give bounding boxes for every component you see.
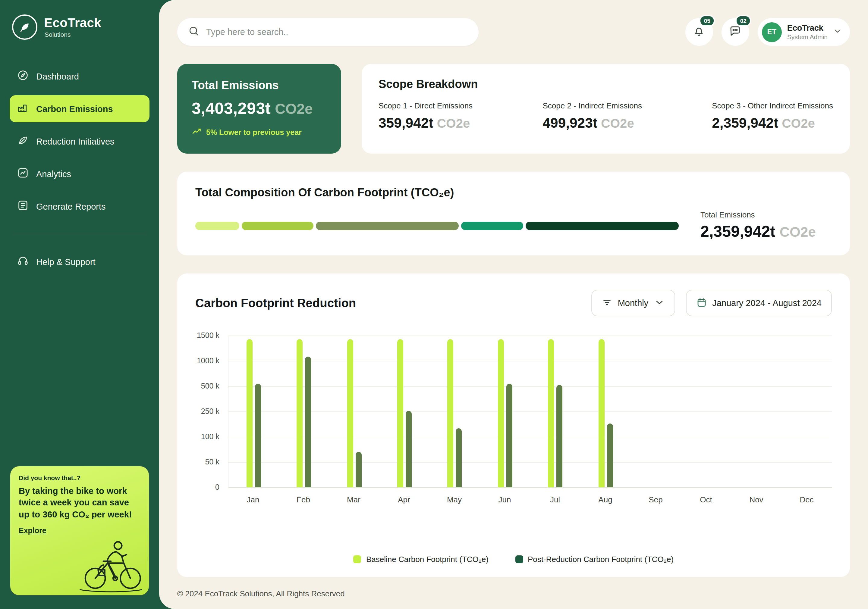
chevron-down-icon: [654, 297, 665, 309]
sidebar-item-label: Reduction Initiatives: [36, 136, 115, 146]
composition-segment-3: [316, 221, 459, 230]
month-slot-oct: [681, 335, 732, 487]
reduction-bar-feb: [305, 357, 311, 487]
baseline-bar-aug: [598, 339, 604, 487]
sidebar: EcoTrack Solutions Dashboard Carbon Emis…: [0, 0, 159, 609]
baseline-bar-feb: [296, 339, 302, 487]
scope-2-column: Scope 2 - Indirect Emissions 499,923t CO…: [542, 101, 642, 131]
baseline-bar-jun: [498, 339, 504, 487]
bars-row: [228, 335, 832, 487]
sidebar-item-carbon-emissions[interactable]: Carbon Emissions: [10, 95, 149, 122]
date-range-button[interactable]: January 2024 - August 2024: [686, 290, 832, 316]
composition-segment-5: [525, 221, 679, 230]
filter-icon: [601, 297, 612, 309]
scope-2-value: 499,923t: [542, 115, 597, 131]
logo-text: EcoTrack Solutions: [44, 16, 101, 38]
month-slot-jun: [480, 335, 530, 487]
search-bar: [177, 18, 479, 46]
month-slot-jul: [530, 335, 580, 487]
bell-icon: [693, 25, 705, 39]
scale-wrapper: EcoTrack Solutions Dashboard Carbon Emis…: [0, 0, 868, 609]
report-document-icon: [17, 199, 29, 213]
sidebar-item-help-support[interactable]: Help & Support: [10, 248, 149, 275]
notifications-button[interactable]: 05: [685, 18, 713, 46]
scope-breakdown-card: Scope Breakdown Scope 1 - Direct Emissio…: [362, 64, 850, 154]
chevron-down-icon: [833, 26, 842, 37]
baseline-bar-apr: [397, 339, 403, 487]
reduction-bar-jul: [556, 385, 563, 487]
x-tick-label: Mar: [329, 495, 379, 504]
sidebar-item-dashboard[interactable]: Dashboard: [10, 63, 149, 90]
baseline-bar-jan: [246, 339, 252, 487]
logo: EcoTrack Solutions: [10, 12, 149, 42]
profile-text: EcoTrack System Admin: [787, 24, 828, 40]
gridline: [228, 487, 832, 488]
composition-body: Total Emissions 2,359,942t CO2e: [195, 210, 832, 241]
sidebar-item-analytics[interactable]: Analytics: [10, 160, 149, 187]
y-tick-label: 250 k: [201, 407, 219, 416]
chart-title: Carbon Footprint Reduction: [195, 296, 356, 310]
analytics-chart-icon: [17, 167, 29, 181]
chat-icon: [729, 25, 742, 39]
reduction-bar-apr: [406, 411, 412, 487]
x-tick-label: Jul: [530, 495, 580, 504]
y-tick-label: 500 k: [201, 382, 219, 390]
reduction-bar-jan: [255, 384, 261, 487]
leaf-icon: [17, 134, 29, 148]
month-slot-feb: [279, 335, 329, 487]
compass-icon: [17, 69, 29, 83]
explore-link[interactable]: Explore: [19, 527, 46, 535]
scope-1-column: Scope 1 - Direct Emissions 359,942t CO2e: [378, 101, 473, 131]
legend-swatch-post-reduction: [515, 555, 523, 563]
y-tick-label: 50 k: [205, 458, 219, 466]
x-tick-label: May: [429, 495, 479, 504]
month-slot-jan: [228, 335, 279, 487]
scope-3-value: 2,359,942t: [712, 115, 778, 131]
promo-kicker: Did you know that..?: [19, 474, 141, 481]
scope-columns: Scope 1 - Direct Emissions 359,942t CO2e…: [378, 101, 833, 131]
total-emissions-trend: 5% Lower to previous year: [192, 127, 327, 139]
copyright-text: © 2024 EcoTrack Solutions, All Rights Re…: [177, 589, 850, 598]
messages-button[interactable]: 02: [722, 18, 749, 46]
baseline-bar-jul: [548, 339, 554, 487]
x-axis: JanFebMarAprMayJunJulAugSepOctNovDec: [228, 495, 832, 504]
chart-controls: Monthly January 2024 - August 2024: [591, 290, 832, 316]
legend-item-post-reduction: Post-Reduction Carbon Footprint (TCO₂e): [515, 555, 674, 564]
search-icon: [188, 25, 200, 39]
x-tick-label: Oct: [681, 495, 731, 504]
scope-1-label: Scope 1 - Direct Emissions: [378, 101, 473, 110]
calendar-icon: [696, 297, 707, 309]
reduction-bar-may: [456, 428, 462, 487]
month-slot-apr: [380, 335, 430, 487]
month-slot-mar: [329, 335, 380, 487]
sidebar-item-generate-reports[interactable]: Generate Reports: [10, 193, 149, 220]
frequency-filter-button[interactable]: Monthly: [591, 290, 675, 316]
profile-name: EcoTrack: [787, 24, 823, 32]
legend-swatch-baseline: [353, 555, 361, 563]
profile-role: System Admin: [787, 33, 828, 40]
top-bar: 05 02 ET EcoTrack System Admin: [177, 18, 850, 46]
chart-card: Carbon Footprint Reduction Monthly: [177, 274, 850, 577]
app-tagline: Solutions: [45, 31, 101, 38]
trend-label: 5% Lower to previous year: [206, 128, 302, 137]
app-name: EcoTrack: [44, 16, 101, 29]
scope-2-label: Scope 2 - Indirect Emissions: [542, 101, 642, 110]
profile-menu[interactable]: ET EcoTrack System Admin: [758, 18, 850, 46]
sidebar-item-reduction-initiatives[interactable]: Reduction Initiatives: [10, 128, 149, 155]
composition-bar: [195, 221, 679, 230]
composition-segment-1: [195, 221, 239, 230]
month-slot-nov: [731, 335, 781, 487]
promo-message: By taking the bike to work twice a week …: [19, 485, 137, 521]
x-tick-label: Apr: [379, 495, 429, 504]
composition-total-value: 2,359,942t: [701, 222, 775, 241]
legend-label-baseline: Baseline Carbon Footprint (TCO₂e): [366, 555, 488, 564]
sidebar-nav: Dashboard Carbon Emissions Reduction Ini…: [10, 63, 149, 275]
summary-cards-row: Total Emissions 3,403,293t CO2e 5% Lower…: [177, 64, 850, 154]
composition-total-unit: CO2e: [780, 224, 816, 240]
total-emissions-value-row: 3,403,293t CO2e: [192, 99, 327, 118]
reduction-bar-aug: [607, 423, 613, 487]
composition-total: Total Emissions 2,359,942t CO2e: [701, 210, 832, 241]
composition-segment-4: [461, 221, 523, 230]
sidebar-item-label: Carbon Emissions: [36, 104, 113, 114]
search-input[interactable]: [206, 27, 468, 37]
